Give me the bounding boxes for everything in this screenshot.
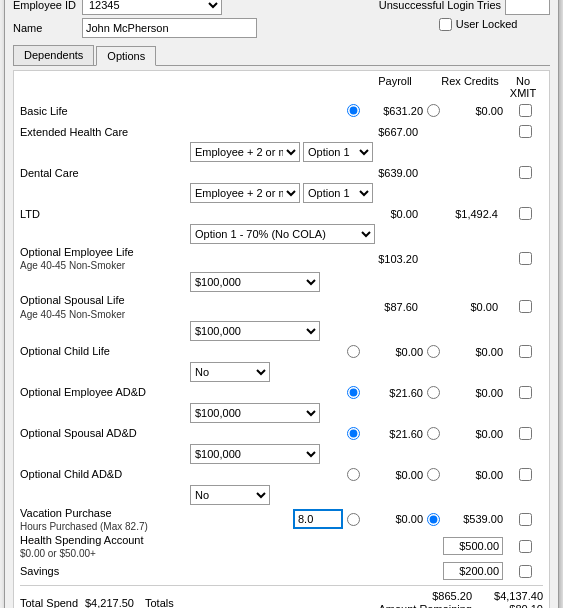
emp-add-amount-select[interactable]: $100,000 [190, 403, 320, 423]
opt-emp-add-label: Optional Employee AD&D [20, 385, 190, 399]
column-headers: Payroll Rex Credits No XMIT [20, 75, 543, 99]
basic-life-right: $631.20 $0.00 [347, 104, 543, 117]
savings-label: Savings [20, 564, 190, 578]
employee-options-window: 🖥 Employee Options — □ ✕ Version Info Em… [4, 0, 559, 608]
basic-life-label: Basic Life [20, 104, 190, 118]
basic-life-payroll-radio[interactable] [347, 104, 360, 117]
emp-add-rex-radio[interactable] [427, 386, 440, 399]
spo-add-rex-radio[interactable] [427, 427, 440, 440]
tab-dependents[interactable]: Dependents [13, 45, 94, 65]
total-spend-value: $4,217.50 [85, 597, 145, 608]
window-body: Version Info Employee ID 12345 Name Unsu… [5, 0, 558, 608]
employee-id-label: Employee ID [13, 0, 78, 11]
dental-label: Dental Care [20, 166, 190, 180]
benefit-row-ltd: LTD $0.00 $1,492.4 Option 1 - 70% (No CO… [20, 204, 543, 244]
child-add-rex-radio[interactable] [427, 468, 440, 481]
vacation-label: Vacation Purchase [20, 506, 190, 520]
opt-spo-life-label: Optional Spousal Life [20, 293, 190, 307]
ext-health-xmit-checkbox[interactable] [519, 125, 532, 138]
opt-spo-add-label: Optional Spousal AD&D [20, 426, 190, 440]
unsuccessful-input[interactable] [505, 0, 550, 15]
vacation-sublabel: Hours Purchased (Max 82.7) [20, 520, 190, 533]
ltd-label: LTD [20, 207, 190, 221]
emp-add-payroll-radio[interactable] [347, 386, 360, 399]
opt-emp-life-label: Optional Employee Life [20, 245, 190, 259]
name-label: Name [13, 22, 78, 34]
totals-section: Total Spend $4,217.50 Totals $865.20 $4,… [20, 585, 543, 608]
opt-emp-life-xmit-checkbox[interactable] [519, 252, 532, 265]
employee-id-row: Employee ID 12345 [13, 0, 257, 15]
benefit-row-opt-emp-add: Optional Employee AD&D $21.60 $0.00 [20, 383, 543, 423]
xmit-header: No XMIT [505, 75, 541, 99]
emp-add-xmit-checkbox[interactable] [519, 386, 532, 399]
child-life-xmit-checkbox[interactable] [519, 345, 532, 358]
opt-emp-life-amount-select[interactable]: $100,000 [190, 272, 320, 292]
employee-id-select[interactable]: 12345 [82, 0, 222, 15]
benefit-row-dental: Dental Care $639.00 Employee + 2 or more… [20, 163, 543, 203]
user-locked-label: User Locked [456, 18, 518, 30]
benefit-row-savings: Savings [20, 561, 543, 581]
dental-xmit-checkbox[interactable] [519, 166, 532, 179]
vacation-hours-input[interactable] [293, 509, 343, 529]
hsa-label: Health Spending Account [20, 533, 190, 547]
amount-remaining-value: $80.10 [478, 603, 543, 608]
opt-spo-life-amount-select[interactable]: $100,000 [190, 321, 320, 341]
rex-header: Rex Credits [435, 75, 505, 99]
dental-option-select[interactable]: Option 1 [303, 183, 373, 203]
opt-spo-life-sublabel: Age 40-45 Non-Smoker [20, 308, 190, 321]
dental-plan-select[interactable]: Employee + 2 or more [190, 183, 300, 203]
total-spend-label: Total Spend [20, 597, 85, 608]
payroll-total: $865.20 [407, 590, 472, 602]
child-life-rex-radio[interactable] [427, 345, 440, 358]
benefit-row-opt-child-add: Optional Child AD&D $0.00 $0.00 [20, 465, 543, 505]
login-info-right: Unsuccessful Login Tries User Locked [379, 0, 550, 41]
benefit-row-opt-emp-life: Optional Employee Life Age 40-45 Non-Smo… [20, 245, 543, 292]
basic-life-xmit-checkbox[interactable] [519, 104, 532, 117]
hsa-amount-input[interactable] [443, 537, 503, 555]
savings-xmit-checkbox[interactable] [519, 565, 532, 578]
ext-health-plan-select[interactable]: Employee + 2 or more [190, 142, 300, 162]
unsuccessful-row: Unsuccessful Login Tries [379, 0, 550, 15]
child-add-payroll-radio[interactable] [347, 468, 360, 481]
basic-life-rex-amount: $0.00 [442, 105, 507, 117]
opt-child-add-label: Optional Child AD&D [20, 467, 190, 481]
child-add-xmit-checkbox[interactable] [519, 468, 532, 481]
opt-spo-life-xmit-checkbox[interactable] [519, 300, 532, 313]
child-add-option-select[interactable]: No [190, 485, 270, 505]
spo-add-amount-select[interactable]: $100,000 [190, 444, 320, 464]
totals-right: $865.20 $4,137.40 Amount Remaining $80.1… [182, 590, 543, 608]
tab-options[interactable]: Options [96, 46, 156, 66]
vacation-xmit-checkbox[interactable] [519, 513, 532, 526]
amount-remaining-label: Amount Remaining [378, 603, 472, 608]
ltd-option-select[interactable]: Option 1 - 70% (No COLA) [190, 224, 375, 244]
employee-info-left: Employee ID 12345 Name [13, 0, 257, 41]
name-input[interactable] [82, 18, 257, 38]
benefit-row-opt-spo-add: Optional Spousal AD&D $21.60 $0.00 [20, 424, 543, 464]
spo-add-payroll-radio[interactable] [347, 427, 360, 440]
rex-total: $4,137.40 [478, 590, 543, 602]
benefit-row-vacation: Vacation Purchase Hours Purchased (Max 8… [20, 506, 543, 533]
benefit-row-basic-life: Basic Life $631.20 $0.00 [20, 101, 543, 121]
benefit-row-ext-health: Extended Health Care $667.00 Employee + … [20, 122, 543, 162]
unsuccessful-label: Unsuccessful Login Tries [379, 0, 501, 11]
benefit-row-opt-child-life: Optional Child Life $0.00 $0.00 [20, 342, 543, 382]
hsa-sublabel: $0.00 or $50.00+ [20, 547, 190, 560]
ltd-xmit-checkbox[interactable] [519, 207, 532, 220]
totals-label: Totals [145, 597, 174, 608]
vacation-payroll-radio[interactable] [347, 513, 360, 526]
child-life-option-select[interactable]: No [190, 362, 270, 382]
spo-add-xmit-checkbox[interactable] [519, 427, 532, 440]
name-row: Name [13, 18, 257, 38]
vacation-rex-radio[interactable] [427, 513, 440, 526]
top-info-row: Employee ID 12345 Name Unsuccessful Logi… [13, 0, 550, 41]
savings-amount-input[interactable] [443, 562, 503, 580]
benefit-row-hsa: Health Spending Account $0.00 or $50.00+ [20, 533, 543, 560]
user-locked-checkbox[interactable] [439, 18, 452, 31]
child-life-payroll-radio[interactable] [347, 345, 360, 358]
opt-child-life-label: Optional Child Life [20, 344, 190, 358]
hsa-xmit-checkbox[interactable] [519, 540, 532, 553]
ext-health-label: Extended Health Care [20, 125, 190, 139]
user-locked-row: User Locked [439, 18, 518, 31]
ext-health-option-select[interactable]: Option 1 [303, 142, 373, 162]
basic-life-rex-radio[interactable] [427, 104, 440, 117]
